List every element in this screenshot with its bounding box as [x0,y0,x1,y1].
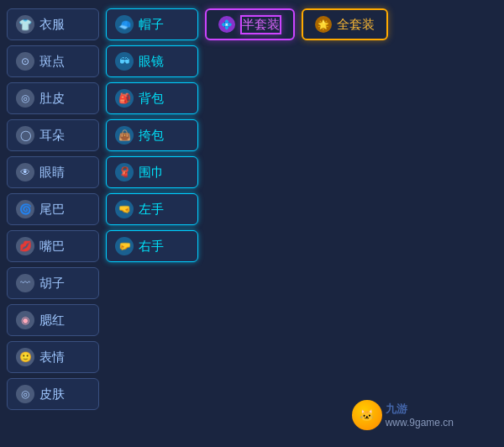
mouth-label: 嘴巴 [39,239,65,255]
btn-expression[interactable]: 🙂 表情 [7,341,99,373]
scarf-label: 围巾 [139,165,164,181]
expression-label: 表情 [39,350,65,365]
btn-righthand[interactable]: 🤛 右手 [106,230,198,262]
top-row: 👕 衣服 🧢 帽子 💠 半套装 🌟 全套装 [7,8,497,40]
spots-icon: ⊙ [16,52,34,71]
btn-blush[interactable]: ◉ 腮红 [7,304,99,336]
right-col: 🕶 眼镜 🎒 背包 👜 挎包 🧣 [106,45,198,410]
btn-clothes[interactable]: 👕 衣服 [7,8,99,40]
glasses-label: 眼镜 [139,54,164,70]
btn-spots[interactable]: ⊙ 斑点 [7,45,99,77]
full-set-label: 全套装 [337,17,375,33]
clothes-label: 衣服 [39,17,65,33]
rows-container: ⊙ 斑点 ◎ 肚皮 ◯ 耳朵 👁 [7,45,497,410]
btn-handbag[interactable]: 👜 挎包 [106,119,198,151]
eyes-icon: 👁 [16,163,34,181]
btn-scarf[interactable]: 🧣 围巾 [106,156,198,188]
blush-icon: ◉ [16,311,34,329]
watermark-logo-icon: 🐱 [352,400,382,430]
btn-eyes[interactable]: 👁 眼睛 [7,156,99,188]
btn-tail[interactable]: 🌀 尾巴 [7,193,99,225]
btn-belly[interactable]: ◎ 肚皮 [7,82,99,114]
watermark-text-group: 九游 www.9game.cn [386,402,454,429]
beard-icon: 〰 [16,274,34,292]
btn-beard[interactable]: 〰 胡子 [7,267,99,299]
backpack-label: 背包 [139,91,164,107]
scarf-icon: 🧣 [115,163,134,181]
backpack-icon: 🎒 [115,89,134,108]
full-set-icon: 🌟 [315,16,332,33]
watermark: 🐱 九游 www.9game.cn [352,400,454,430]
half-set-label: 半套装 [240,15,281,34]
skin-label: 皮肤 [39,387,65,402]
btn-glasses[interactable]: 🕶 眼镜 [106,45,198,77]
beard-label: 胡子 [39,276,65,292]
ears-icon: ◯ [16,126,34,145]
watermark-logo-text: 九游 [386,402,454,417]
clothes-icon: 👕 [16,15,34,34]
expression-icon: 🙂 [16,348,34,366]
skin-icon: ◎ [16,385,34,403]
main-container: 👕 衣服 🧢 帽子 💠 半套装 🌟 全套装 [0,0,504,418]
glasses-icon: 🕶 [115,52,134,71]
hat-icon: 🧢 [115,15,134,34]
btn-hat[interactable]: 🧢 帽子 [106,8,198,40]
btn-mouth[interactable]: 💋 嘴巴 [7,230,99,262]
handbag-label: 挎包 [139,128,164,144]
mouth-icon: 💋 [16,237,34,255]
tail-label: 尾巴 [39,202,65,218]
tail-icon: 🌀 [16,200,34,218]
righthand-icon: 🤛 [115,237,134,255]
btn-full-set[interactable]: 🌟 全套装 [302,8,388,40]
btn-backpack[interactable]: 🎒 背包 [106,82,198,114]
half-set-icon: 💠 [218,16,235,33]
watermark-domain: www.9game.cn [386,417,454,429]
ears-label: 耳朵 [39,128,65,144]
hat-label: 帽子 [139,17,164,33]
belly-icon: ◎ [16,89,34,108]
spots-label: 斑点 [39,54,65,70]
lefthand-label: 左手 [139,202,164,218]
btn-skin[interactable]: ◎ 皮肤 [7,378,99,410]
blush-label: 腮红 [39,313,65,329]
btn-ears[interactable]: ◯ 耳朵 [7,119,99,151]
belly-label: 肚皮 [39,91,65,107]
eyes-label: 眼睛 [39,165,65,181]
handbag-icon: 👜 [115,126,134,145]
btn-half-set[interactable]: 💠 半套装 [205,8,295,40]
btn-lefthand[interactable]: 🤜 左手 [106,193,198,225]
lefthand-icon: 🤜 [115,200,134,218]
righthand-label: 右手 [139,239,164,255]
left-col: ⊙ 斑点 ◎ 肚皮 ◯ 耳朵 👁 [7,45,99,410]
